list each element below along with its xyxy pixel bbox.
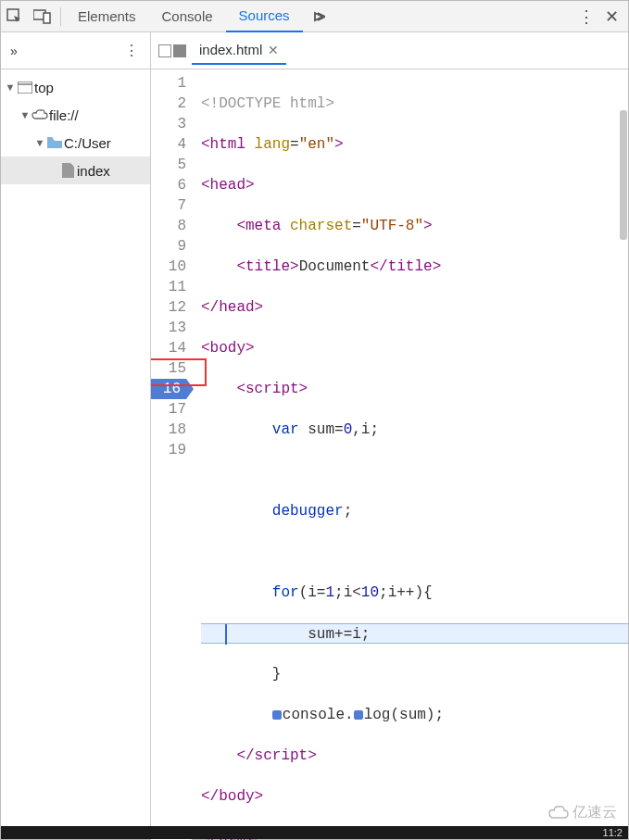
- file-icon: [58, 163, 77, 178]
- close-tab-icon[interactable]: ✕: [268, 43, 279, 57]
- editor-tab[interactable]: index.html ✕: [192, 37, 286, 65]
- tree-node-origin[interactable]: ▼ file://: [1, 101, 150, 129]
- code-editor: index.html ✕ 1234 5678 9101112 131415 16…: [151, 32, 628, 840]
- tree-node-folder[interactable]: ▼ C:/User: [1, 129, 150, 157]
- tab-console[interactable]: Console: [149, 1, 226, 32]
- kebab-menu-icon[interactable]: ⋮: [577, 6, 596, 27]
- svg-rect-3: [18, 81, 32, 94]
- tab-overflow[interactable]: [303, 1, 334, 32]
- split-view-icon[interactable]: [158, 44, 186, 57]
- inspect-element-icon[interactable]: [1, 1, 29, 32]
- navigator-menu-icon[interactable]: ⋮: [122, 42, 141, 59]
- navigator-expand-icon[interactable]: »: [10, 44, 18, 58]
- tab-elements[interactable]: Elements: [65, 1, 149, 32]
- window-icon: [16, 81, 34, 94]
- code-text[interactable]: <!DOCTYPE html> <html lang="en"> <head> …: [192, 69, 628, 840]
- sources-panel: » ⋮ ▼ top ▼ file:// ▼ C:/User: [1, 32, 628, 840]
- panel-tabs: Elements Console Sources: [65, 1, 577, 32]
- file-navigator: » ⋮ ▼ top ▼ file:// ▼ C:/User: [1, 32, 151, 840]
- taskbar-fragment: 11:2: [1, 826, 628, 839]
- editor-tab-bar: index.html ✕: [151, 32, 628, 69]
- tree-node-top[interactable]: ▼ top: [1, 73, 150, 101]
- tree-label: file://: [49, 107, 79, 123]
- editor-tab-label: index.html: [199, 42, 262, 57]
- tree-label: top: [34, 80, 54, 95]
- separator: [60, 7, 61, 26]
- watermark: 亿速云: [548, 803, 617, 822]
- folder-icon: [45, 137, 64, 148]
- tree-node-file[interactable]: index: [1, 157, 150, 184]
- device-toggle-icon[interactable]: [29, 1, 57, 32]
- file-tree: ▼ top ▼ file:// ▼ C:/User index: [1, 69, 150, 840]
- tree-label: index: [77, 163, 110, 179]
- tab-sources[interactable]: Sources: [226, 1, 303, 32]
- close-devtools-icon[interactable]: ✕: [596, 6, 628, 27]
- devtools-window: Elements Console Sources ⋮ ✕ » ⋮ ▼ top: [0, 0, 629, 840]
- execution-line-marker[interactable]: 16: [151, 379, 186, 399]
- tree-label: C:/User: [64, 135, 111, 151]
- top-tab-bar: Elements Console Sources ⋮ ✕: [1, 1, 628, 32]
- editor-scrollbar[interactable]: [619, 107, 628, 840]
- navigator-header: » ⋮: [1, 32, 150, 69]
- cloud-icon: [31, 109, 49, 120]
- svg-rect-2: [44, 13, 50, 23]
- line-gutter[interactable]: 1234 5678 9101112 131415 16 171819: [151, 69, 192, 840]
- code-area[interactable]: 1234 5678 9101112 131415 16 171819 <!DOC…: [151, 69, 628, 840]
